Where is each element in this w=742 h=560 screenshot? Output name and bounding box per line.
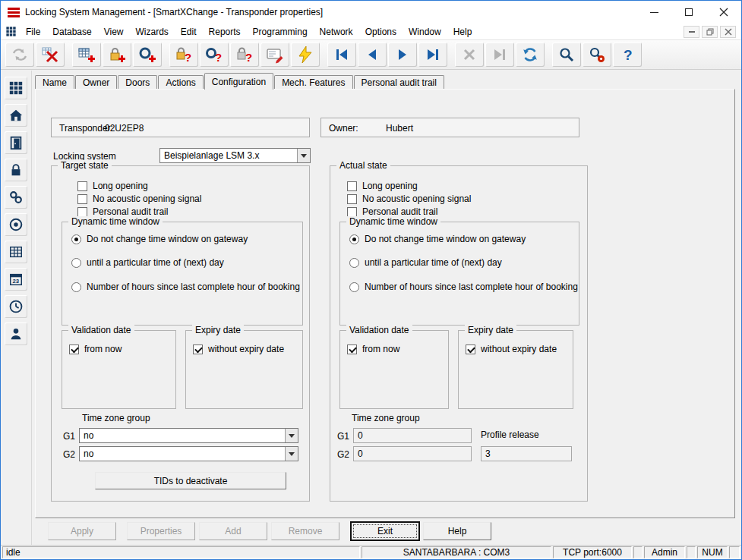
menu-item-help[interactable]: Help <box>447 25 478 39</box>
radio-hours-since-booking[interactable]: Number of hours since last complete hour… <box>71 282 300 292</box>
checkbox-no-acoustic-signal[interactable]: No acoustic opening signal <box>77 193 201 204</box>
sidebar-item-matrix[interactable] <box>5 77 27 99</box>
tids-to-deactivate-button[interactable]: TIDs to deactivate <box>95 472 286 489</box>
query-transponder-button[interactable]: ? <box>200 42 229 67</box>
menu-item-window[interactable]: Window <box>403 25 447 39</box>
tab-owner[interactable]: Owner <box>75 75 117 89</box>
disconnect-button[interactable] <box>36 42 65 67</box>
checkbox-long-opening[interactable]: Long opening <box>77 181 148 191</box>
sidebar-item-lock[interactable] <box>5 159 27 181</box>
resize-grip[interactable] <box>729 546 740 558</box>
menu-item-network[interactable]: Network <box>314 25 359 39</box>
checkbox-box[interactable] <box>193 344 203 354</box>
tab-configuration[interactable]: Configuration <box>204 73 273 90</box>
new-record-button[interactable] <box>72 42 101 67</box>
help-button[interactable]: Help <box>423 522 491 540</box>
query-lock-button[interactable]: ? <box>169 42 198 67</box>
radio-circle[interactable] <box>349 234 359 244</box>
child-minimize-button[interactable] <box>684 26 699 38</box>
exit-button[interactable]: Exit <box>351 522 419 540</box>
new-lock-button[interactable] <box>103 42 131 67</box>
sidebar-item-calendar[interactable]: 23 <box>5 268 27 291</box>
program-button[interactable] <box>291 42 320 67</box>
tab-personal-audit-trail[interactable]: Personal audit trail <box>354 75 444 89</box>
read-card-button[interactable] <box>260 42 289 67</box>
chevron-down-icon[interactable] <box>297 149 310 162</box>
locking-system-select[interactable]: Beispielanlage LSM 3.x <box>159 148 311 163</box>
profile-release-field[interactable]: 3 <box>481 446 572 461</box>
radio-circle[interactable] <box>71 282 81 292</box>
radio-circle[interactable] <box>71 234 81 244</box>
sidebar-item-transponder-group[interactable] <box>5 186 27 209</box>
radio-circle[interactable] <box>349 258 359 268</box>
checkbox-box[interactable] <box>347 181 357 191</box>
radio-no-change-gateway[interactable]: Do not change time window on gateway <box>349 234 526 244</box>
first-record-button[interactable] <box>327 42 356 67</box>
checkbox-box[interactable] <box>347 344 357 354</box>
tab-actions[interactable]: Actions <box>158 75 203 89</box>
query-component-button[interactable]: ? <box>230 42 259 67</box>
menu-item-view[interactable]: View <box>98 25 130 39</box>
menu-item-reports[interactable]: Reports <box>203 25 247 39</box>
tab-mech-features[interactable]: Mech. Features <box>274 75 352 89</box>
sidebar-item-target-disc[interactable] <box>5 213 27 236</box>
checkbox-without-expiry-date[interactable]: without expiry date <box>193 344 284 354</box>
g1-field[interactable]: 0 <box>353 428 472 443</box>
chevron-down-icon[interactable] <box>285 429 298 442</box>
menu-item-programming[interactable]: Programming <box>247 25 314 39</box>
cancel-button-toolbar[interactable] <box>455 42 484 67</box>
sidebar-item-home[interactable] <box>5 104 27 127</box>
child-restore-button[interactable] <box>702 26 718 38</box>
checkbox-personal-audit-trail[interactable]: Personal audit trail <box>347 206 437 217</box>
search-options-button[interactable] <box>583 42 611 67</box>
g1-select[interactable]: no <box>79 428 298 443</box>
child-close-button[interactable] <box>720 26 736 38</box>
checkbox-without-expiry-date[interactable]: without expiry date <box>466 344 557 354</box>
g2-select[interactable]: no <box>79 446 298 461</box>
menu-item-options[interactable]: Options <box>359 25 403 39</box>
apply-button[interactable]: Apply <box>48 522 116 540</box>
sync-button[interactable] <box>5 42 34 67</box>
refresh-button[interactable] <box>516 42 545 67</box>
sidebar-item-person[interactable] <box>5 322 27 345</box>
sidebar-item-matrix-view[interactable] <box>5 241 27 263</box>
radio-no-change-gateway[interactable]: Do not change time window on gateway <box>71 234 248 244</box>
checkbox-no-acoustic-signal[interactable]: No acoustic opening signal <box>347 193 471 204</box>
help-button-toolbar[interactable]: ? <box>613 42 642 67</box>
prev-record-button[interactable] <box>358 42 387 67</box>
maximize-button[interactable] <box>671 1 706 24</box>
child-window-icon[interactable] <box>5 26 17 37</box>
checkbox-from-now[interactable]: from now <box>347 344 399 354</box>
chevron-down-icon[interactable] <box>285 447 298 461</box>
properties-button[interactable]: Properties <box>127 522 195 540</box>
menu-item-database[interactable]: Database <box>46 25 97 39</box>
sidebar-item-door[interactable] <box>5 131 27 154</box>
minimize-button[interactable] <box>636 1 671 24</box>
new-transponder-button[interactable] <box>133 42 162 67</box>
checkbox-box[interactable] <box>77 194 87 204</box>
radio-circle[interactable] <box>349 282 359 292</box>
menu-item-edit[interactable]: Edit <box>175 25 203 39</box>
radio-until-particular-time[interactable]: until a particular time of (next) day <box>71 257 224 268</box>
checkbox-long-opening[interactable]: Long opening <box>347 181 418 191</box>
goto-end-button[interactable] <box>485 42 514 67</box>
tab-doors[interactable]: Doors <box>118 75 157 89</box>
tab-name[interactable]: Name <box>35 75 74 89</box>
radio-until-particular-time[interactable]: until a particular time of (next) day <box>349 257 502 268</box>
remove-button[interactable]: Remove <box>271 522 339 540</box>
checkbox-box[interactable] <box>77 207 87 217</box>
checkbox-box[interactable] <box>77 181 87 191</box>
checkbox-from-now[interactable]: from now <box>69 344 122 354</box>
menu-item-wizards[interactable]: Wizards <box>130 25 175 39</box>
checkbox-box[interactable] <box>347 194 357 204</box>
next-record-button[interactable] <box>388 42 417 67</box>
radio-hours-since-booking[interactable]: Number of hours since last complete hour… <box>349 282 578 292</box>
menu-item-file[interactable]: File <box>20 25 46 39</box>
g2-field[interactable]: 0 <box>353 446 472 461</box>
checkbox-personal-audit-trail[interactable]: Personal audit trail <box>77 206 168 217</box>
add-button[interactable]: Add <box>199 522 267 540</box>
sidebar-item-clock[interactable] <box>5 295 27 318</box>
checkbox-box[interactable] <box>466 344 475 354</box>
close-button[interactable] <box>706 1 741 24</box>
radio-circle[interactable] <box>71 258 81 268</box>
